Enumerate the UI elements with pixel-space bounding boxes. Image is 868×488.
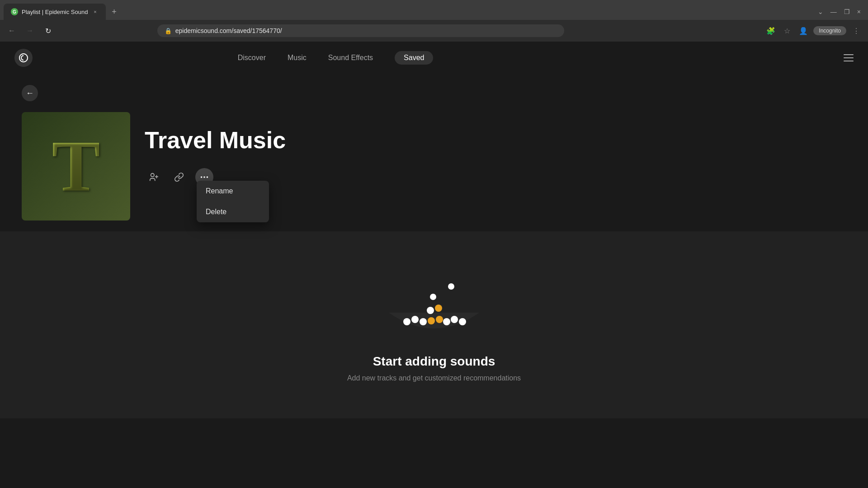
nav-saved[interactable]: Saved [395,51,433,65]
nav-sound-effects[interactable]: Sound Effects [328,52,373,64]
toolbar-icons: 🧩 ☆ 👤 Incognito ⋮ [764,24,863,37]
active-tab[interactable]: G Playlist | Epidemic Sound × [4,4,106,20]
playlist-info: T Travel Music [22,112,846,221]
back-button[interactable]: ← [22,85,38,101]
empty-state-area: Start adding sounds Add new tracks and g… [0,231,868,418]
browser-chrome: G Playlist | Epidemic Sound × + ⌄ — ❐ × … [0,0,868,42]
favorites-icon[interactable]: ☆ [781,24,793,37]
forward-nav-button[interactable]: → [24,24,36,37]
sound-dots-illustration [366,267,502,340]
new-tab-button[interactable]: + [108,5,120,18]
hamburger-line-3 [844,61,854,61]
svg-point-13 [435,305,442,312]
add-collaborator-button[interactable] [145,168,163,186]
playlist-title: Travel Music [145,127,286,154]
address-lock-icon: 🔒 [165,28,172,34]
svg-point-4 [403,318,410,325]
playlist-details: Travel Music [145,112,286,186]
nav-discover[interactable]: Discover [238,52,266,64]
playlist-thumbnail: T [22,112,130,221]
incognito-badge[interactable]: Incognito [813,26,846,35]
extensions-icon[interactable]: 🧩 [764,24,777,37]
address-bar-row: ← → ↻ 🔒 epidemicsound.com/saved/17564770… [0,20,868,42]
empty-state-illustration [366,267,502,340]
hamburger-menu-button[interactable] [844,54,854,61]
refresh-nav-button[interactable]: ↻ [42,24,54,37]
svg-point-14 [430,294,436,300]
app-header: Discover Music Sound Effects Saved [0,42,868,74]
svg-point-10 [451,316,458,323]
svg-point-5 [411,316,419,323]
playlist-area: ← T Travel Music [0,74,868,231]
nav-music[interactable]: Music [288,52,307,64]
tab-bar: G Playlist | Epidemic Sound × + ⌄ — ❐ × [0,0,868,20]
playlist-thumbnail-letter: T [52,130,100,202]
window-controls: ⌄ — ❐ × [818,8,864,15]
svg-point-2 [203,176,205,178]
share-link-button[interactable] [170,168,188,186]
svg-point-7 [428,317,435,324]
browser-menu-icon[interactable]: ⋮ [850,24,863,37]
svg-point-9 [443,318,450,325]
window-list-button[interactable]: ⌄ [818,8,823,15]
empty-state-subtitle: Add new tracks and get customized recomm… [347,374,521,382]
profile-icon[interactable]: 👤 [797,24,810,37]
app-logo[interactable] [14,49,33,67]
hamburger-line-2 [844,57,854,58]
hamburger-line-1 [844,54,854,55]
delete-menu-item[interactable]: Delete [197,202,269,222]
tab-close-button[interactable]: × [91,8,99,15]
main-nav: Discover Music Sound Effects Saved [238,51,434,65]
svg-point-0 [151,174,154,177]
restore-button[interactable]: ❐ [844,8,850,15]
back-nav-button[interactable]: ← [5,24,18,37]
svg-point-3 [207,176,208,178]
tab-favicon: G [11,8,18,15]
app-content: Discover Music Sound Effects Saved ← T T… [0,42,868,488]
address-url: epidemicsound.com/saved/17564770/ [175,27,282,34]
svg-point-11 [459,318,466,325]
empty-state-title: Start adding sounds [373,354,495,369]
svg-point-1 [201,176,203,178]
svg-point-8 [436,316,443,323]
dropdown-menu: Rename Delete [197,181,269,222]
back-arrow-icon: ← [26,89,34,98]
address-bar[interactable]: 🔒 epidemicsound.com/saved/17564770/ [157,24,564,37]
tab-title: Playlist | Epidemic Sound [22,9,88,15]
svg-point-6 [420,318,427,325]
svg-point-12 [427,307,434,314]
rename-menu-item[interactable]: Rename [197,181,269,202]
close-button[interactable]: × [857,8,861,15]
minimize-button[interactable]: — [830,8,837,15]
svg-point-15 [448,283,454,290]
